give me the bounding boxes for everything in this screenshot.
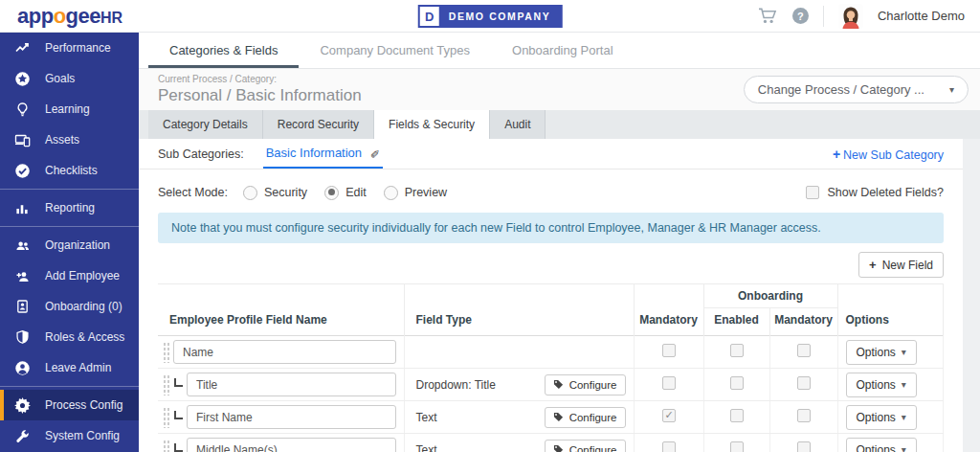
edit-pencil-icon[interactable]: ✎ <box>370 147 380 160</box>
onboarding-enabled-checkbox[interactable] <box>730 344 744 357</box>
options-button[interactable]: Options▾ <box>846 405 917 430</box>
tab-fields-security[interactable]: Fields & Security <box>374 110 490 139</box>
sidebar-item-process-config[interactable]: Process Config <box>0 390 139 420</box>
column-header-options: Options <box>837 284 944 336</box>
radio-edit[interactable] <box>324 186 339 200</box>
avatar[interactable] <box>838 4 863 29</box>
onboarding-enabled-checkbox[interactable] <box>730 409 744 422</box>
sidebar-label: Leave Admin <box>45 361 111 374</box>
options-button[interactable]: Options▾ <box>846 373 917 397</box>
sidebar-item-reporting[interactable]: Reporting <box>0 192 139 223</box>
sidebar-divider <box>0 226 139 227</box>
tab-company-document-types[interactable]: Company Document Types <box>299 33 491 68</box>
field-name-input[interactable] <box>187 405 396 429</box>
drag-handle-icon[interactable] <box>163 374 169 396</box>
sub-category-basic-information[interactable]: Basic Information ✎ <box>263 139 384 169</box>
sub-tab-bar: Category Details Record Security Fields … <box>139 110 980 139</box>
sidebar-item-performance[interactable]: Performance <box>0 33 139 63</box>
field-name-input[interactable] <box>187 438 396 452</box>
configure-button[interactable]: Configure <box>545 440 626 452</box>
sidebar-label: Reporting <box>45 201 95 215</box>
new-field-button[interactable]: +New Field <box>858 252 944 278</box>
options-button[interactable]: Options▾ <box>846 438 917 452</box>
cart-icon[interactable] <box>758 7 778 25</box>
sidebar-item-system-config[interactable]: System Config <box>0 420 139 451</box>
drag-handle-icon[interactable] <box>163 440 169 452</box>
tab-record-security[interactable]: Record Security <box>263 110 374 139</box>
sidebar-item-assets[interactable]: Assets <box>0 124 139 155</box>
tag-icon <box>553 412 564 422</box>
appogee-hr-logo[interactable]: appogeeHR <box>17 6 122 27</box>
top-bar: appogeeHR D DEMO COMPANY ? Charlotte Dem… <box>0 0 980 33</box>
configure-button[interactable]: Configure <box>545 374 626 396</box>
sidebar-item-goals[interactable]: Goals <box>0 63 139 94</box>
onboarding-mandatory-checkbox[interactable] <box>797 376 811 390</box>
new-field-row: +New Field <box>158 252 944 278</box>
change-process-category-dropdown[interactable]: Change Process / Category ... ▾ <box>744 76 969 103</box>
new-sub-category-link[interactable]: +New Sub Category <box>833 147 944 162</box>
sidebar-divider <box>0 386 139 387</box>
mandatory-checkbox[interactable] <box>662 409 676 422</box>
radio-security[interactable] <box>243 186 257 200</box>
fields-security-panel: Sub Categories: Basic Information ✎ +New… <box>139 139 963 452</box>
process-header: Current Process / Category: Personal / B… <box>139 69 980 110</box>
person-add-icon <box>13 268 31 284</box>
onboarding-enabled-checkbox[interactable] <box>730 441 744 452</box>
onboarding-enabled-checkbox[interactable] <box>730 376 744 390</box>
sidebar-item-onboarding[interactable]: Onboarding (0) <box>0 291 139 322</box>
configure-button[interactable]: Configure <box>545 407 626 428</box>
sidebar-item-leave-admin[interactable]: Leave Admin <box>0 352 139 383</box>
field-name-input[interactable] <box>173 340 396 364</box>
shield-icon <box>13 329 31 346</box>
options-label: Options <box>857 346 896 359</box>
field-type-text: Dropdown: Title <box>416 378 496 392</box>
mandatory-checkbox[interactable] <box>662 441 676 452</box>
sidebar-label: Organization <box>45 238 110 252</box>
configure-label: Configure <box>569 444 617 452</box>
options-button[interactable]: Options▾ <box>846 340 917 365</box>
company-badge[interactable]: D DEMO COMPANY <box>418 5 563 28</box>
sidebar-divider <box>0 189 139 190</box>
options-label: Options <box>857 443 896 452</box>
field-type-text: Text <box>416 411 437 424</box>
id-badge-icon <box>13 299 31 315</box>
radio-preview-label: Preview <box>405 186 447 199</box>
new-sub-category-label: New Sub Category <box>843 148 944 162</box>
sidebar-item-add-employee[interactable]: Add Employee <box>0 260 139 291</box>
sidebar-item-organization[interactable]: Organization <box>0 230 139 260</box>
help-icon[interactable]: ? <box>792 8 809 24</box>
sidebar-item-checklists[interactable]: Checklists <box>0 155 139 186</box>
configure-label: Configure <box>569 379 617 391</box>
drag-handle-icon[interactable] <box>163 407 169 428</box>
onboarding-mandatory-checkbox[interactable] <box>797 409 811 422</box>
breadcrumb: Current Process / Category: <box>158 74 362 84</box>
tab-categories-fields[interactable]: Categories & Fields <box>148 33 299 68</box>
field-name-input[interactable] <box>187 373 396 396</box>
tab-onboarding-portal[interactable]: Onboarding Portal <box>491 33 635 68</box>
main-content: Categories & Fields Company Document Typ… <box>139 33 980 452</box>
logo-text: app <box>17 4 54 28</box>
sidebar-item-learning[interactable]: Learning <box>0 94 139 124</box>
table-row-middle-names: Text Configure Options▾ <box>158 434 944 452</box>
logo-accent-o: o <box>54 4 66 28</box>
show-deleted-checkbox[interactable] <box>806 186 819 199</box>
tag-icon <box>553 379 564 390</box>
user-name[interactable]: Charlotte Demo <box>878 9 965 23</box>
mandatory-checkbox[interactable] <box>662 344 676 357</box>
drag-handle-icon[interactable] <box>163 342 169 363</box>
onboarding-mandatory-checkbox[interactable] <box>797 441 811 452</box>
onboarding-mandatory-checkbox[interactable] <box>797 344 811 357</box>
column-header-mandatory: Mandatory <box>634 284 703 336</box>
column-group-onboarding: Onboarding <box>703 284 837 308</box>
column-header-field-type: Field Type <box>404 284 634 336</box>
mandatory-checkbox[interactable] <box>662 376 676 390</box>
devices-icon <box>13 132 31 148</box>
sidebar-label: Roles & Access <box>45 330 124 344</box>
tab-audit[interactable]: Audit <box>490 110 546 139</box>
chevron-down-icon: ▾ <box>902 379 906 390</box>
sidebar-label: Onboarding (0) <box>45 300 122 313</box>
sidebar-item-roles-access[interactable]: Roles & Access <box>0 322 139 352</box>
tab-category-details[interactable]: Category Details <box>148 110 263 139</box>
child-indent-icon <box>174 411 183 419</box>
radio-preview[interactable] <box>384 186 398 200</box>
